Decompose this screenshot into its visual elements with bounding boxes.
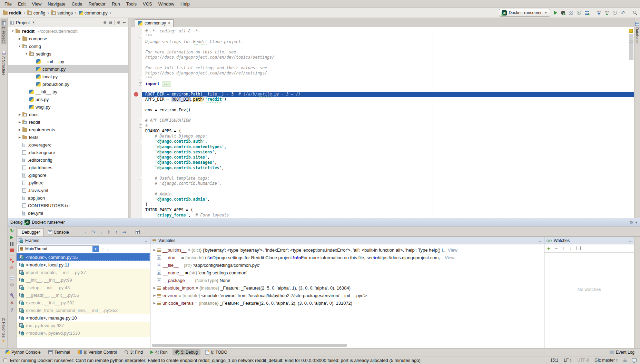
view-link[interactable]: View: [445, 255, 454, 260]
tree-item-app-json[interactable]: app.json: [8, 194, 128, 202]
chevron-collapsed-icon[interactable]: ▶: [17, 121, 22, 124]
frame-row[interactable]: execute_from_command_line, __init__.py:3…: [17, 306, 150, 314]
run-button[interactable]: [554, 11, 557, 15]
breadcrumb-item-reddit[interactable]: reddit: [3, 10, 21, 16]
chevron-collapsed-icon[interactable]: ▶: [152, 294, 157, 297]
menu-item-code[interactable]: Code: [69, 1, 86, 7]
tree-item-contributors-txt[interactable]: CONTRIBUTORS.txt: [8, 202, 128, 209]
tree-item-requirements[interactable]: ▶requirements: [8, 126, 128, 133]
chevron-expanded-icon[interactable]: ▼: [17, 45, 22, 48]
step-out-button[interactable]: ↑: [115, 230, 118, 234]
status-lf[interactable]: LF: [564, 358, 572, 363]
frame-row[interactable]: import_module, __init__.py:37: [17, 269, 150, 276]
collapse-all-button[interactable]: ⊟: [109, 20, 112, 24]
show-execution-point-button[interactable]: →: [82, 230, 87, 234]
menu-item-edit[interactable]: Edit: [15, 1, 29, 7]
mute-breakpoints-button[interactable]: ⊘: [10, 265, 14, 270]
status-15-1[interactable]: 15:1: [550, 358, 558, 363]
fold-collapse-icon[interactable]: −: [139, 119, 142, 122]
code-area[interactable]: # -*- coding: utf-8 -*-"""Django setting…: [131, 27, 634, 218]
close-icon[interactable]: ×: [10, 300, 13, 305]
variable-row-builtins[interactable]: ▶__builtins__ = {dict} {'bytearray': <ty…: [150, 246, 544, 254]
editor-tab-common-py[interactable]: common.py ×: [135, 19, 174, 27]
debug-button[interactable]: [561, 11, 565, 15]
hide-panel-icon[interactable]: →: [628, 239, 632, 243]
undo-button[interactable]: ↶: [621, 10, 625, 16]
view-breakpoints-button[interactable]: [10, 258, 14, 263]
tab-console[interactable]: Console→: [45, 229, 78, 236]
frame-row[interactable]: <module>, manage.py:10: [17, 314, 150, 322]
menu-item-help[interactable]: Help: [177, 1, 193, 7]
frame-row[interactable]: <module>, common.py:15: [17, 253, 150, 261]
locate-file-button[interactable]: ⊕: [103, 20, 107, 24]
variable-row-name[interactable]: __name__ = {str} 'config.settings.common…: [150, 269, 544, 276]
hide-panel-icon[interactable]: →: [538, 239, 542, 243]
lock-icon[interactable]: [623, 360, 627, 362]
tree-item-wsgi-py[interactable]: wsgi.py: [8, 103, 128, 111]
help-button[interactable]: ?: [11, 308, 13, 312]
remove-watch-button[interactable]: −: [555, 246, 558, 251]
hide-panel-button[interactable]: ⇤: [122, 20, 126, 24]
profiler-button[interactable]: [577, 11, 581, 15]
sidebar-item-2-favorites[interactable]: 2: Favorites★: [1, 316, 7, 345]
tree-item-gitignore[interactable]: .gitignore: [8, 171, 128, 179]
project-panel-title[interactable]: Project: [16, 20, 30, 25]
horizontal-scrollbar-thumb[interactable]: [152, 344, 347, 347]
variable-row-file[interactable]: __file__ = {str} '/app/config/settings/c…: [150, 261, 544, 269]
toolwindow-button-python-console[interactable]: Python Console: [3, 349, 43, 355]
chevron-collapsed-icon[interactable]: ▶: [17, 128, 22, 131]
toolwindow-button-3-find[interactable]: 3: Find: [122, 349, 146, 355]
fold-collapse-icon[interactable]: −: [139, 124, 142, 128]
editor-body[interactable]: # -*- coding: utf-8 -*-"""Django setting…: [131, 27, 634, 218]
variable-row-package[interactable]: __package__ = {NoneType} None: [150, 276, 544, 284]
frame-row[interactable]: <module>, local.py:11: [17, 261, 150, 269]
file-status-indicator[interactable]: [629, 29, 633, 33]
fold-collapse-icon[interactable]: −: [139, 35, 142, 38]
tree-item-init-py[interactable]: __init__.py: [8, 58, 128, 65]
tree-item-dev-yml[interactable]: dev.yml: [8, 209, 128, 217]
tree-item-travis-yml[interactable]: .travis.yml: [8, 186, 128, 194]
sidebar-item-7-structure[interactable]: 7: Structure: [1, 49, 7, 78]
editor-scrollbar[interactable]: [628, 27, 634, 218]
move-down-button[interactable]: ↓: [570, 246, 572, 251]
frame-row[interactable]: run, pydevd.py:937: [17, 322, 150, 329]
search-icon[interactable]: [633, 11, 637, 15]
chevron-collapsed-icon[interactable]: ▶: [17, 37, 22, 40]
coverage-button[interactable]: [569, 11, 573, 15]
menu-item-run[interactable]: Run: [109, 1, 123, 7]
menu-item-view[interactable]: View: [29, 1, 45, 7]
toolwindow-button-terminal[interactable]: Terminal: [46, 349, 73, 355]
chevron-expanded-icon[interactable]: ▼: [10, 30, 16, 33]
chevron-down-icon[interactable]: ▼: [92, 246, 99, 252]
chevron-collapsed-icon[interactable]: ▶: [152, 301, 157, 305]
add-watch-button[interactable]: +: [547, 245, 550, 251]
force-step-into-button[interactable]: ⇟: [107, 230, 111, 234]
step-over-button[interactable]: ↷: [91, 230, 96, 234]
hide-panel-button[interactable]: ▾: [635, 220, 637, 224]
chevron-down-icon[interactable]: ▼: [32, 21, 35, 24]
status-utf-8[interactable]: UTF-8: [577, 358, 589, 363]
fold-expand-icon[interactable]: +: [139, 82, 142, 85]
menu-item-tools[interactable]: Tools: [123, 1, 140, 7]
tree-item-compose[interactable]: ▶compose: [8, 35, 128, 42]
variable-row-doc[interactable]: __doc__ = {unicode} u'\nDjango settings …: [150, 254, 544, 261]
next-frame-button[interactable]: ↓: [107, 246, 109, 252]
fold-collapse-icon[interactable]: −: [139, 140, 142, 143]
thread-selector[interactable]: MainThread ▼: [18, 245, 99, 252]
tree-item-dockerignore[interactable]: .dockerignore: [8, 149, 128, 156]
menu-item-file[interactable]: File: [1, 1, 15, 7]
toolwindow-button-9-version-control[interactable]: 9: Version Control: [75, 349, 119, 355]
tree-item-common-py[interactable]: common.py: [8, 65, 128, 73]
chevron-expanded-icon[interactable]: ▼: [24, 52, 29, 55]
pause-button[interactable]: [10, 242, 13, 246]
status-git-master[interactable]: Git: master: [594, 358, 618, 363]
tree-item-local-py[interactable]: local.py: [8, 73, 128, 80]
history-button[interactable]: [613, 11, 617, 15]
fold-collapse-icon[interactable]: −: [139, 77, 142, 80]
tree-item-reddit[interactable]: ▶reddit: [8, 118, 128, 126]
chevron-collapsed-icon[interactable]: ▶: [17, 136, 22, 139]
tree-item-production-py[interactable]: production.py: [8, 80, 128, 88]
previous-frame-button[interactable]: ↑: [102, 246, 104, 252]
view-link[interactable]: View: [448, 247, 457, 253]
restore-layout-button[interactable]: [10, 276, 14, 280]
